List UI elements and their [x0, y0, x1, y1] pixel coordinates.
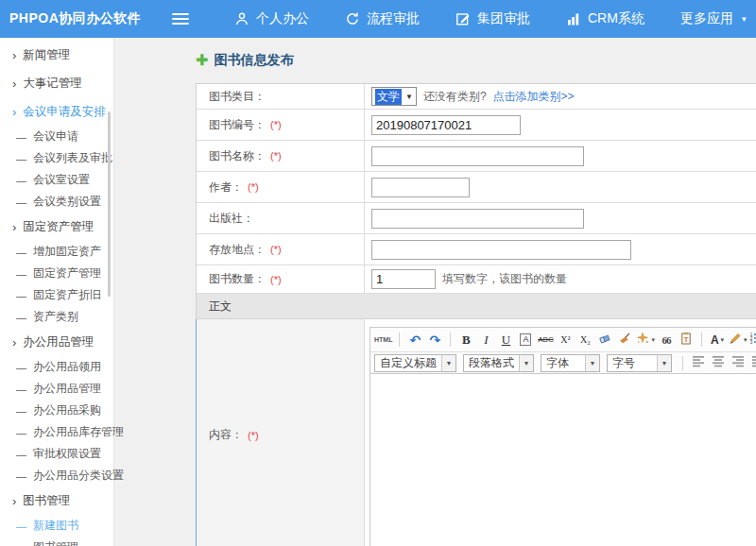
sidebar-link[interactable]: —办公用品领用: [0, 356, 113, 378]
font-style-box-button[interactable]: A: [517, 332, 534, 349]
sidebar-group[interactable]: ›新闻管理: [0, 41, 113, 69]
hamburger-menu-icon[interactable]: [172, 13, 189, 25]
editor-dropdown-2[interactable]: 段落格式▼: [463, 354, 534, 372]
sidebar-link[interactable]: —图书管理: [0, 537, 113, 546]
align-right-button[interactable]: [730, 354, 747, 371]
subscript-button[interactable]: X₂: [576, 332, 593, 349]
sidebar-group[interactable]: ›大事记管理: [0, 69, 113, 97]
blockquote-button[interactable]: 66: [658, 332, 675, 349]
sidebar-link[interactable]: —审批权限设置: [0, 443, 113, 465]
superscript-icon: X²: [560, 334, 570, 345]
field-label: 存放地点：: [209, 242, 266, 258]
required-mark: (*): [270, 244, 282, 255]
bold-button[interactable]: B: [457, 332, 474, 349]
dash-icon: —: [16, 175, 26, 186]
align-center-button[interactable]: [710, 354, 727, 371]
field-label-cell: 作者：(*): [197, 172, 365, 202]
sidebar-group[interactable]: ›会议申请及安排: [0, 97, 113, 126]
editor-dropdown-1[interactable]: 自定义标题▼: [374, 354, 456, 372]
add-category-link[interactable]: 点击添加类别>>: [493, 89, 575, 105]
book-code-input[interactable]: [371, 115, 521, 135]
quantity-input[interactable]: [371, 269, 436, 289]
ordered-list-button[interactable]: 123▾: [749, 332, 756, 349]
sidebar-link[interactable]: —会议列表及审批: [0, 147, 113, 169]
align-right-icon: [731, 355, 745, 370]
undo-icon: ↶: [410, 333, 421, 348]
book-category-select[interactable]: 文学▼: [371, 87, 417, 106]
field-label: 出版社：: [209, 211, 254, 227]
sidebar-link[interactable]: —固定资产折旧: [0, 284, 113, 306]
location-input[interactable]: [371, 240, 631, 260]
sidebar-link[interactable]: —增加固定资产: [0, 241, 113, 263]
nav-item-2[interactable]: 流程审批: [345, 10, 420, 27]
sidebar-link[interactable]: —资产类别: [0, 306, 113, 328]
dash-icon: —: [16, 427, 26, 438]
toolbar-separator: [399, 333, 400, 347]
redo-icon: ↷: [430, 333, 441, 348]
sidebar-link[interactable]: —办公用品库存管理: [0, 421, 113, 443]
sidebar-item-label: 新建图书: [33, 518, 78, 534]
nav-item-5[interactable]: 更多应用▾: [680, 10, 747, 27]
publisher-input[interactable]: [371, 209, 584, 229]
sidebar-group[interactable]: ›办公用品管理: [0, 328, 113, 356]
font-color-button[interactable]: A▾: [709, 332, 726, 349]
ordered-list-icon: 123: [749, 332, 756, 348]
align-justify-button[interactable]: [749, 354, 756, 371]
sidebar-link[interactable]: —办公用品管理: [0, 378, 113, 400]
strikethrough-button[interactable]: ABC: [537, 332, 554, 349]
sidebar-group[interactable]: ›图书管理: [0, 486, 113, 515]
clean-broom-icon: [618, 332, 631, 348]
underline-button[interactable]: U: [497, 332, 514, 349]
align-justify-icon: [751, 355, 756, 370]
superscript-button[interactable]: X²: [557, 332, 574, 349]
sidebar-link[interactable]: —固定资产管理: [0, 263, 113, 284]
form-row-quantity: 图书数量：(*)填写数字，该图书的数量: [197, 265, 756, 294]
field-label-cell: 图书编号：(*): [197, 110, 365, 140]
caret-down-icon: ▼: [585, 355, 599, 371]
paste-text-button[interactable]: T: [678, 332, 695, 349]
sidebar-item-label: 资产类别: [33, 309, 78, 325]
required-mark: (*): [248, 430, 259, 441]
italic-button[interactable]: I: [477, 332, 494, 349]
clean-broom-button[interactable]: [616, 332, 633, 349]
format-painter-icon: [636, 332, 649, 348]
nav-item-label: 个人办公: [256, 10, 309, 27]
redo-button[interactable]: ↷: [426, 332, 443, 349]
book-name-input[interactable]: [371, 146, 584, 166]
highlight-marker-button[interactable]: ▾: [729, 332, 747, 349]
sidebar-group[interactable]: ›固定资产管理: [0, 213, 113, 241]
sidebar-item-label: 图书管理: [33, 539, 78, 546]
sidebar-scrollbar[interactable]: [108, 111, 111, 297]
editor-dropdown-4[interactable]: 字号▼: [607, 354, 672, 372]
select-arrow-icon: ▼: [405, 93, 413, 101]
html-source-button[interactable]: HTML: [374, 332, 392, 349]
author-input[interactable]: [371, 178, 470, 197]
svg-text:T: T: [684, 335, 689, 344]
sidebar-item-label: 办公用品采购: [33, 402, 101, 418]
sidebar-link[interactable]: —会议室设置: [0, 169, 113, 191]
nav-item-3[interactable]: 集团审批: [455, 10, 530, 27]
book-publish-form: 图书类目：文学▼还没有类别? 点击添加类别>>图书编号：(*)图书名称：(*)作…: [196, 83, 756, 546]
undo-button[interactable]: ↶: [406, 332, 423, 349]
field-label-cell: 图书数量：(*): [197, 265, 365, 293]
font-color-icon: A: [711, 333, 719, 347]
dropdown-label: 字号: [608, 355, 657, 371]
sidebar-item-label: 会议室设置: [33, 172, 90, 188]
editor-dropdown-3[interactable]: 字体▼: [541, 354, 600, 372]
sidebar-link[interactable]: —办公用品采购: [0, 400, 113, 421]
nav-item-4[interactable]: CRM系统: [566, 10, 644, 27]
eraser-button[interactable]: [596, 332, 613, 349]
sidebar-link[interactable]: —新建图书: [0, 515, 113, 537]
chevron-right-icon: ›: [12, 335, 16, 350]
sidebar-item-label: 会议申请: [33, 128, 78, 145]
sidebar-item-label: 会议列表及审批: [33, 150, 112, 166]
dash-icon: —: [16, 520, 26, 532]
sidebar-item-label: 固定资产管理: [33, 265, 101, 282]
align-left-button[interactable]: [690, 354, 707, 371]
sidebar-link[interactable]: —办公用品分类设置: [0, 465, 113, 486]
editor-canvas[interactable]: [370, 374, 756, 546]
format-painter-button[interactable]: ▾: [636, 332, 655, 349]
sidebar-link[interactable]: —会议类别设置: [0, 191, 113, 213]
nav-item-1[interactable]: 个人办公: [234, 10, 309, 27]
sidebar-link[interactable]: —会议申请: [0, 126, 113, 147]
